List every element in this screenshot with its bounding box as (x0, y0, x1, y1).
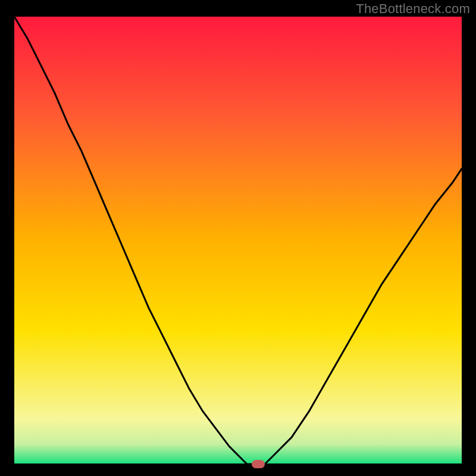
chart-frame: TheBottleneck.com (0, 0, 476, 476)
plot-svg (14, 17, 462, 464)
plot-area (14, 17, 462, 464)
gradient-background (14, 17, 462, 464)
bottleneck-marker (252, 460, 265, 468)
attribution-label: TheBottleneck.com (356, 1, 470, 17)
